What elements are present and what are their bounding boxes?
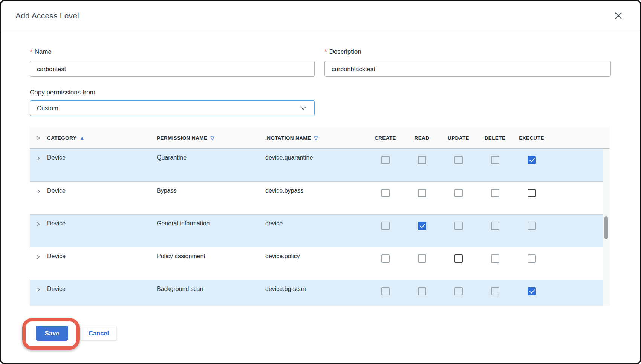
dialog-footer: Save Cancel [30, 326, 611, 341]
permission-cell: Policy assignment [157, 247, 265, 260]
execute-checkbox[interactable] [528, 156, 536, 164]
dialog-body: *Name *Description Copy permissions from… [1, 30, 640, 341]
read-checkbox[interactable] [418, 254, 426, 263]
header-read: READ [404, 135, 440, 141]
row-expander[interactable] [30, 182, 47, 194]
description-label: *Description [324, 48, 611, 56]
category-cell: Device [47, 215, 157, 227]
table-row[interactable]: Device General information device [30, 214, 603, 247]
copy-permissions-select[interactable]: Custom [30, 100, 315, 116]
chevron-right-icon [36, 135, 41, 141]
expand-all-toggle[interactable] [30, 135, 47, 141]
delete-checkbox[interactable] [491, 254, 499, 263]
row-expander[interactable] [30, 215, 47, 227]
category-cell: Device [47, 280, 157, 292]
table-row[interactable]: Device Quarantine device.quarantine [30, 149, 603, 181]
dialog-title: Add Access Level [15, 11, 79, 20]
copy-permissions-group: Copy permissions from Custom [30, 89, 611, 116]
copy-permissions-label: Copy permissions from [30, 89, 611, 96]
table-row[interactable]: Device Background scan device.bg-scan [30, 280, 603, 306]
chevron-down-icon [300, 105, 307, 111]
notation-cell: device.bypass [265, 182, 367, 194]
permission-cell: Quarantine [157, 149, 265, 161]
cancel-button[interactable]: Cancel [81, 326, 117, 341]
notation-cell: device [265, 215, 367, 227]
close-button[interactable] [611, 9, 626, 23]
delete-checkbox[interactable] [491, 189, 499, 197]
chevron-right-icon [36, 189, 41, 194]
notation-cell: device.quarantine [265, 149, 367, 161]
name-input[interactable] [30, 61, 315, 77]
table-scrollbar-track[interactable] [603, 149, 610, 306]
scrollbar-thumb[interactable] [604, 216, 608, 239]
header-delete: DELETE [477, 135, 513, 141]
dialog-header: Add Access Level [1, 1, 640, 30]
update-checkbox[interactable] [454, 189, 463, 197]
form-row: *Name *Description [30, 48, 611, 77]
save-button[interactable]: Save [36, 326, 68, 341]
table-body-wrap: Device Quarantine device.quarantine Dev [30, 149, 610, 306]
delete-checkbox[interactable] [491, 156, 499, 164]
chevron-right-icon [36, 287, 41, 292]
create-checkbox[interactable] [381, 287, 390, 295]
permission-cell: Background scan [157, 280, 265, 292]
row-filler [550, 215, 603, 220]
row-filler [550, 182, 603, 187]
table-row[interactable]: Device Bypass device.bypass [30, 181, 603, 214]
description-field-group: *Description [324, 48, 611, 77]
required-asterisk: * [30, 48, 32, 55]
delete-checkbox[interactable] [491, 222, 499, 230]
header-permission-name[interactable]: PERMISSION NAME ▽ [157, 135, 265, 141]
create-checkbox[interactable] [381, 254, 390, 263]
execute-checkbox[interactable] [528, 254, 536, 263]
update-checkbox[interactable] [454, 156, 463, 164]
add-access-level-dialog: Add Access Level *Name *Description [0, 0, 641, 364]
header-update: UPDATE [440, 135, 477, 141]
header-category[interactable]: CATEGORY ▲ [47, 135, 157, 141]
create-checkbox[interactable] [381, 222, 390, 230]
create-checkbox[interactable] [381, 189, 390, 197]
table-body: Device Quarantine device.quarantine Dev [30, 149, 610, 306]
execute-checkbox[interactable] [528, 189, 536, 197]
update-checkbox[interactable] [454, 254, 463, 263]
table-header-row: CATEGORY ▲ PERMISSION NAME ▽ .NOTATION N… [30, 127, 610, 149]
execute-checkbox[interactable] [528, 222, 536, 230]
close-icon [613, 10, 624, 21]
table-row[interactable]: Device Policy assignment device.policy [30, 247, 603, 280]
read-checkbox[interactable] [418, 156, 426, 164]
category-cell: Device [47, 182, 157, 194]
required-asterisk: * [324, 48, 327, 55]
permission-cell: General information [157, 215, 265, 227]
read-checkbox[interactable] [418, 189, 426, 197]
chevron-right-icon [36, 155, 41, 161]
row-expander[interactable] [30, 280, 47, 292]
notation-cell: device.policy [265, 247, 367, 260]
sort-desc-icon[interactable]: ▽ [314, 136, 318, 140]
selected-option: Custom [37, 105, 58, 112]
row-filler [550, 149, 603, 154]
sort-desc-icon[interactable]: ▽ [210, 136, 214, 140]
name-field-group: *Name [30, 48, 315, 77]
save-button-wrap: Save [36, 326, 68, 341]
header-notation-name[interactable]: .NOTATION NAME ▽ [265, 135, 367, 141]
row-filler [550, 280, 603, 286]
description-input[interactable] [324, 61, 611, 77]
notation-cell: device.bg-scan [265, 280, 367, 292]
update-checkbox[interactable] [454, 222, 463, 230]
row-filler [550, 247, 603, 253]
header-create: CREATE [367, 135, 404, 141]
row-expander[interactable] [30, 149, 47, 161]
header-execute: EXECUTE [513, 135, 550, 141]
permissions-table: CATEGORY ▲ PERMISSION NAME ▽ .NOTATION N… [30, 127, 610, 306]
read-checkbox[interactable] [418, 287, 426, 295]
update-checkbox[interactable] [454, 287, 463, 295]
delete-checkbox[interactable] [491, 287, 499, 295]
read-checkbox[interactable] [418, 222, 426, 230]
name-label: *Name [30, 48, 315, 56]
permission-cell: Bypass [157, 182, 265, 194]
chevron-right-icon [36, 221, 41, 227]
row-expander[interactable] [30, 247, 47, 260]
execute-checkbox[interactable] [528, 287, 536, 295]
sort-asc-icon[interactable]: ▲ [80, 136, 84, 140]
create-checkbox[interactable] [381, 156, 390, 164]
